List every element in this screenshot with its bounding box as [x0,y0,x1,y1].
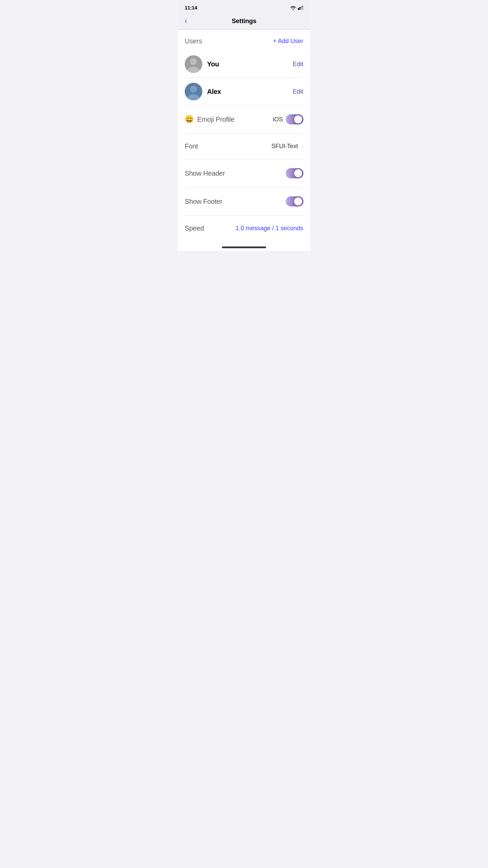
users-label: Users [185,37,202,45]
person-icon-alex [185,83,202,100]
users-section-header: Users + Add User [185,37,303,45]
page-title: Settings [232,17,257,25]
edit-you-button[interactable]: Edit [293,61,303,68]
signal-icon [298,5,303,10]
users-section: Users + Add User You Edit [185,30,303,105]
font-value: SFUI-Text [271,143,298,150]
status-icons [290,5,303,10]
ios-label: iOS [273,116,283,123]
user-row-alex: Alex Edit [185,78,303,105]
speed-value: 1.0 message / 1 seconds [236,225,303,232]
emoji-profile-label: Emoji Profile [197,116,235,123]
user-name-alex: Alex [207,88,221,96]
status-bar: 11:14 [178,0,310,13]
avatar-alex [185,83,202,100]
back-button[interactable]: ‹ [185,17,187,25]
show-footer-label: Show Footer [185,198,222,205]
font-label: Font [185,142,198,150]
emoji-profile-toggle[interactable] [286,114,303,124]
emoji-profile-row: 😀 Emoji Profile iOS [185,105,303,134]
settings-section: 😀 Emoji Profile iOS Font SFUI-Text › Sho… [185,105,303,241]
edit-alex-button[interactable]: Edit [293,88,303,95]
font-row[interactable]: Font SFUI-Text › [185,134,303,159]
svg-point-7 [190,86,197,93]
svg-point-8 [187,94,200,100]
person-icon-you [185,55,202,73]
avatar-you [185,55,202,73]
speed-row[interactable]: Speed 1.0 message / 1 seconds [185,216,303,241]
show-header-row: Show Header [185,159,303,188]
home-indicator [178,241,310,251]
font-right: SFUI-Text › [271,143,303,150]
svg-line-4 [298,5,303,9]
user-name-you: You [207,60,219,68]
show-footer-toggle[interactable] [286,196,303,206]
svg-point-5 [190,58,197,65]
chevron-icon: › [301,143,303,150]
show-header-label: Show Header [185,170,225,177]
user-row-you: You Edit [185,51,303,78]
emoji-profile-right: iOS [273,114,303,124]
toggle-thumb-footer [294,197,302,205]
emoji-profile-left: 😀 Emoji Profile [185,116,235,123]
toggle-thumb-header [294,169,302,177]
svg-point-6 [187,67,200,73]
settings-content: Users + Add User You Edit [178,30,310,241]
wifi-icon [290,5,296,10]
toggle-thumb-emoji [294,115,302,123]
add-user-button[interactable]: + Add User [273,38,303,45]
speed-label: Speed [185,224,204,232]
user-left-alex: Alex [185,83,221,100]
show-footer-row: Show Footer [185,188,303,216]
status-time: 11:14 [185,5,197,11]
user-left-you: You [185,55,219,73]
nav-bar: ‹ Settings [178,13,310,30]
show-header-toggle[interactable] [286,168,303,178]
home-bar [222,246,266,248]
emoji-icon: 😀 [185,116,194,123]
